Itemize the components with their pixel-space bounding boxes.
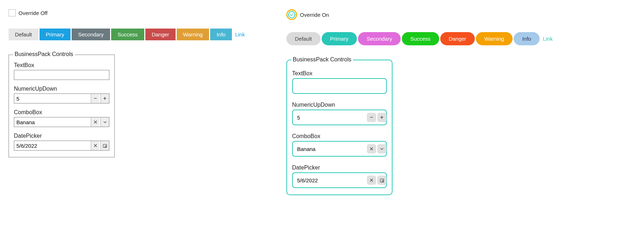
danger-button[interactable]: Danger [440,32,475,45]
warning-button[interactable]: Warning [177,29,209,40]
link-button[interactable]: Link [541,36,555,42]
info-button[interactable]: Info [514,32,540,45]
warning-button[interactable]: Warning [476,32,513,45]
override-off-checkbox[interactable] [9,9,16,16]
numeric-label: NumericUpDown [292,102,387,108]
primary-button[interactable]: Primary [322,32,357,45]
combo-input[interactable] [295,142,367,156]
primary-button[interactable]: Primary [40,29,71,40]
secondary-button[interactable]: Secondary [358,32,401,45]
textbox-input[interactable] [14,70,109,80]
clear-icon[interactable] [91,117,99,127]
plus-icon[interactable]: + [377,113,386,122]
businesspack-group-right: BusinessPack Controls TextBox NumericUpD… [286,60,393,195]
group-legend: BusinessPack Controls [13,51,75,57]
textbox-label: TextBox [14,62,109,69]
chevron-down-icon[interactable] [100,117,109,127]
success-button[interactable]: Success [402,32,439,45]
calendar-icon[interactable] [100,141,109,150]
date-label: DatePicker [14,133,109,139]
numeric-label: NumericUpDown [14,86,109,92]
numeric-input[interactable] [14,94,91,103]
combo-label: ComboBox [292,133,387,140]
minus-icon[interactable]: − [367,113,376,122]
chevron-down-icon[interactable] [377,144,386,153]
check-icon [290,12,294,17]
clear-icon[interactable] [91,141,99,150]
override-on-label: Override On [300,12,329,18]
date-input[interactable] [14,141,91,150]
textbox-label: TextBox [292,70,387,77]
plus-icon[interactable]: + [100,94,109,103]
textbox-input[interactable] [295,79,384,93]
calendar-icon[interactable] [377,176,386,185]
button-row-left: Default Primary Secondary Success Danger… [9,29,264,40]
businesspack-group-left: BusinessPack Controls TextBox NumericUpD… [9,55,115,157]
combo-label: ComboBox [14,109,109,116]
date-label: DatePicker [292,164,387,171]
default-button[interactable]: Default [286,32,321,45]
default-button[interactable]: Default [9,29,38,40]
override-on-checkbox[interactable] [286,9,297,20]
danger-button[interactable]: Danger [145,29,176,40]
clear-icon[interactable] [367,176,376,185]
combo-input[interactable] [14,117,91,127]
group-legend: BusinessPack Controls [291,56,353,63]
numeric-input[interactable] [295,110,367,125]
secondary-button[interactable]: Secondary [72,29,110,40]
button-row-right: Default Primary Secondary Success Danger… [286,32,541,45]
minus-icon[interactable]: − [91,94,99,103]
date-input[interactable] [295,173,367,187]
override-off-label: Override Off [19,10,47,16]
success-button[interactable]: Success [111,29,144,40]
link-button[interactable]: Link [233,31,247,37]
info-button[interactable]: Info [210,29,232,40]
clear-icon[interactable] [367,144,376,153]
